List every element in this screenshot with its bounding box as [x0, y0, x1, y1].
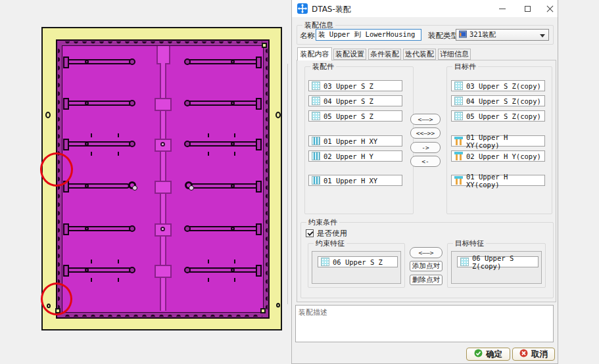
rod-knob	[85, 142, 89, 146]
source-part-item[interactable]: 03 Upper S Z	[308, 80, 402, 91]
minimize-icon	[499, 9, 506, 9]
part-type-icon	[454, 112, 463, 120]
tab-label: 装配内容	[300, 49, 329, 59]
target-parts-title: 目标件	[452, 62, 478, 72]
assembly-type-select[interactable]: 321装配	[456, 29, 549, 41]
tab-detail-info[interactable]: 详细信息	[438, 49, 471, 60]
close-button[interactable]	[540, 0, 559, 17]
center-spine-top	[156, 46, 170, 64]
part-label: 05 Upper S Z	[323, 112, 373, 120]
tick	[118, 278, 119, 282]
delete-point-pair-button[interactable]: 删除点对	[410, 275, 443, 285]
use-constraint-label: 是否使用	[317, 229, 347, 239]
tick	[118, 152, 119, 156]
rod-knob	[85, 227, 89, 231]
ok-button[interactable]: 确定	[466, 348, 510, 361]
annotation-circle	[40, 152, 73, 187]
part-type-icon	[312, 112, 320, 120]
target-feature-item[interactable]: 06 Upper S Z(copy)	[457, 256, 539, 267]
spine-hole	[160, 227, 165, 231]
part-type-icon	[454, 152, 463, 160]
part-type-icon	[454, 81, 463, 90]
part-label: 05 Upper S Z(copy)	[466, 112, 541, 120]
move-left-button[interactable]: <-	[410, 156, 441, 167]
rod	[186, 59, 261, 64]
assembly-name-input[interactable]	[316, 29, 421, 41]
part-label: 06 Upper S Z	[333, 258, 383, 266]
dtas-assembly-dialog: DTAS-装配 装配信息 名称: 装配类型: 321装配 装配内容 装配设	[291, 0, 558, 364]
target-part-item[interactable]: 05 Upper S Z(copy)	[451, 110, 545, 122]
cad-viewport[interactable]	[41, 27, 282, 330]
constraint-feature-item[interactable]: 06 Upper S Z	[318, 256, 398, 267]
latch-eyelet	[128, 181, 136, 189]
pair-map-button[interactable]: <——>	[410, 247, 443, 258]
title-bar[interactable]: DTAS-装配	[292, 0, 558, 17]
part-label: 01 Upper H XY(copy)	[466, 173, 542, 189]
rod-knob	[231, 60, 235, 64]
target-part-item[interactable]: 04 Upper S Z(copy)	[451, 95, 545, 106]
minimize-button[interactable]	[489, 0, 515, 17]
tick	[234, 278, 235, 282]
rod-knob	[231, 227, 235, 231]
tick	[234, 152, 235, 156]
source-part-item[interactable]: 04 Upper S Z	[308, 95, 402, 106]
tick	[91, 152, 92, 156]
part-label: 02 Upper H Y(copy)	[466, 152, 541, 160]
part-label: 04 Upper S Z(copy)	[466, 97, 541, 105]
app-icon	[297, 3, 308, 14]
tick	[234, 260, 235, 263]
cad-housing-panel	[56, 39, 270, 319]
move-right-button[interactable]: ->	[410, 142, 441, 153]
screen: DTAS-装配 装配信息 名称: 装配类型: 321装配 装配内容 装配设	[0, 0, 599, 364]
rod-knob	[231, 101, 235, 105]
map-pair-button[interactable]: <——>	[410, 114, 441, 125]
part-type-icon	[312, 137, 320, 145]
rod-knob	[85, 184, 89, 188]
constraint-feature-title: 约束特征	[314, 239, 347, 248]
gasket-teeth-right	[264, 47, 268, 311]
spine-hole	[160, 142, 165, 147]
target-part-item[interactable]: 01 Upper H XY(copy)	[451, 135, 545, 147]
spine-connector	[155, 181, 172, 194]
tab-condition-assembly[interactable]: 条件装配	[368, 49, 401, 60]
part-type-icon	[454, 176, 463, 185]
description-placeholder: 装配描述	[299, 308, 327, 317]
selection-handle	[260, 308, 266, 313]
part-label: 04 Upper S Z	[323, 97, 373, 105]
tick	[208, 133, 209, 137]
part-type-icon	[312, 176, 320, 185]
target-part-item[interactable]: 03 Upper S Z(copy)	[451, 80, 545, 91]
add-point-pair-button[interactable]: 添加点对	[410, 261, 443, 271]
source-part-item[interactable]: 05 Upper S Z	[308, 110, 402, 122]
rod	[64, 59, 133, 64]
tab-assembly-settings[interactable]: 装配设置	[333, 49, 366, 60]
corner-marker	[276, 303, 280, 307]
rod	[64, 141, 133, 147]
part-type-icon	[321, 258, 329, 266]
tab-iterative-assembly[interactable]: 迭代装配	[403, 49, 436, 60]
rod	[186, 267, 261, 273]
tick	[91, 133, 92, 137]
cancel-button[interactable]: 取消	[512, 348, 555, 361]
tab-assembly-content[interactable]: 装配内容	[297, 47, 332, 60]
use-constraint-checkbox[interactable]	[306, 229, 314, 237]
tick	[208, 278, 209, 282]
name-label: 名称:	[300, 31, 318, 41]
selection-handle	[262, 43, 267, 48]
corner-marker	[276, 112, 281, 118]
target-part-item[interactable]: 01 Upper H XY(copy)	[451, 175, 545, 186]
rod	[64, 226, 133, 231]
source-parts-title: 装配件	[310, 62, 336, 72]
source-part-item[interactable]: 01 Upper H XY	[308, 175, 402, 186]
target-part-item[interactable]: 02 Upper H Y(copy)	[451, 150, 545, 162]
map-all-button[interactable]: <<—>>	[410, 127, 441, 139]
source-part-item[interactable]: 02 Upper H Y	[308, 150, 402, 162]
tick	[118, 260, 119, 263]
source-part-item[interactable]: 01 Upper H XY	[308, 135, 402, 147]
assembly-description-textarea[interactable]: 装配描述	[295, 305, 554, 342]
part-label: 03 Upper S Z(copy)	[466, 82, 541, 90]
constraint-group-title: 约束条件	[306, 217, 339, 227]
part-label: 02 Upper H Y	[323, 152, 373, 160]
maximize-button[interactable]	[515, 0, 539, 17]
assembly-type-icon	[459, 30, 467, 39]
